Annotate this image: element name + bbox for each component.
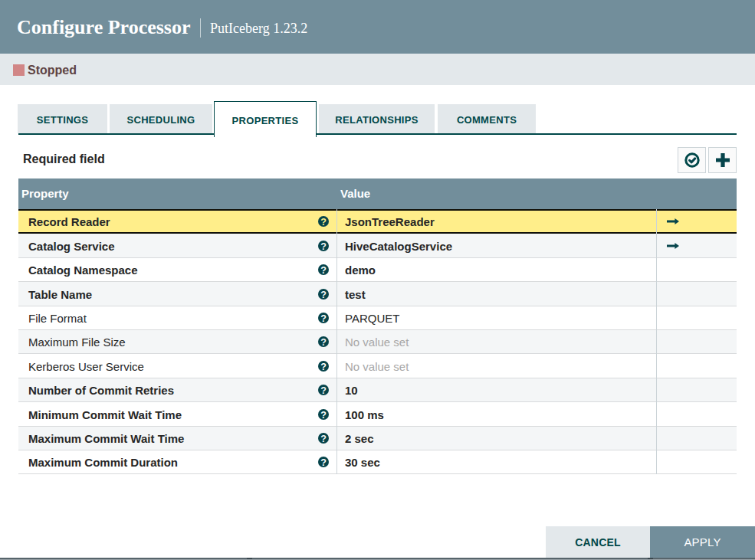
svg-text:?: ? xyxy=(320,217,327,228)
svg-text:?: ? xyxy=(320,361,327,372)
svg-text:?: ? xyxy=(320,337,327,348)
svg-text:?: ? xyxy=(320,457,327,468)
svg-text:?: ? xyxy=(320,409,327,420)
svg-text:?: ? xyxy=(320,241,327,251)
svg-text:?: ? xyxy=(320,289,327,300)
svg-text:?: ? xyxy=(320,265,327,276)
svg-text:?: ? xyxy=(320,385,327,396)
svg-text:?: ? xyxy=(320,313,327,324)
svg-text:?: ? xyxy=(320,434,327,444)
